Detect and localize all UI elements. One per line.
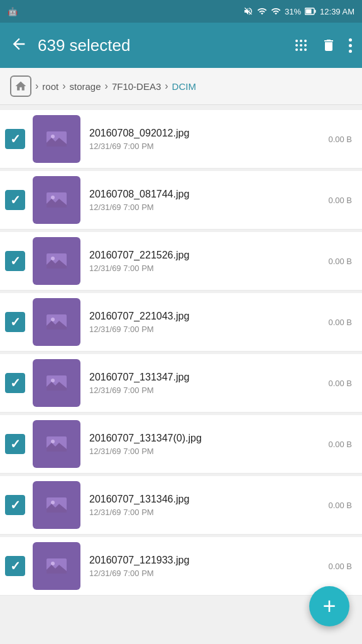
file-date-0: 12/31/69 7:00 PM <box>89 142 323 151</box>
file-date-3: 12/31/69 7:00 PM <box>89 325 323 334</box>
file-date-2: 12/31/69 7:00 PM <box>89 264 323 273</box>
breadcrumb-root[interactable]: root <box>42 81 58 92</box>
file-item[interactable]: ✓ 20160707_221526.jpg 12/31/69 7:00 PM 0… <box>0 232 362 291</box>
breadcrumb-device[interactable]: 7F10-DEA3 <box>112 81 161 92</box>
app-bar-actions <box>293 38 352 53</box>
file-name-7: 20160707_121933.jpg <box>89 555 323 566</box>
breadcrumb: › root › storage › 7F10-DEA3 › DCIM <box>0 68 362 105</box>
file-size-0: 0.00 B <box>328 135 352 144</box>
file-thumbnail-1 <box>33 176 80 224</box>
file-checkbox-7[interactable]: ✓ <box>5 556 25 576</box>
battery-text: 31% <box>285 7 301 16</box>
file-date-1: 12/31/69 7:00 PM <box>89 203 323 212</box>
file-size-2: 0.00 B <box>328 257 352 266</box>
file-thumbnail-3 <box>33 298 80 346</box>
svg-point-10 <box>300 48 302 51</box>
file-thumbnail-4 <box>33 359 80 407</box>
svg-point-4 <box>300 40 302 42</box>
file-name-5: 20160707_131347(0).jpg <box>89 433 323 444</box>
app-bar: 639 selected <box>0 23 362 68</box>
status-bar: 🤖 31% 12:39 AM <box>0 0 362 23</box>
file-size-4: 0.00 B <box>328 379 352 388</box>
svg-point-7 <box>300 44 302 47</box>
more-options-button[interactable] <box>349 38 352 53</box>
file-thumbnail-0 <box>33 115 80 163</box>
file-info-2: 20160707_221526.jpg 12/31/69 7:00 PM <box>89 250 323 273</box>
file-info-4: 20160707_131347.jpg 12/31/69 7:00 PM <box>89 372 323 395</box>
file-info-7: 20160707_121933.jpg 12/31/69 7:00 PM <box>89 555 323 578</box>
file-date-5: 12/31/69 7:00 PM <box>89 447 323 456</box>
file-size-6: 0.00 B <box>328 501 352 510</box>
svg-point-25 <box>51 501 55 504</box>
file-item[interactable]: ✓ 20160707_121933.jpg 12/31/69 7:00 PM 0… <box>0 537 362 596</box>
svg-point-5 <box>304 40 307 42</box>
svg-point-21 <box>51 379 55 382</box>
file-name-3: 20160707_221043.jpg <box>89 311 323 322</box>
file-checkbox-4[interactable]: ✓ <box>5 373 25 393</box>
file-info-0: 20160708_092012.jpg 12/31/69 7:00 PM <box>89 128 323 151</box>
file-name-6: 20160707_131346.jpg <box>89 494 323 505</box>
file-checkbox-5[interactable]: ✓ <box>5 434 25 454</box>
file-checkbox-3[interactable]: ✓ <box>5 312 25 332</box>
file-item[interactable]: ✓ 20160707_131346.jpg 12/31/69 7:00 PM 0… <box>0 476 362 535</box>
file-size-1: 0.00 B <box>328 196 352 205</box>
vertical-dots-icon <box>349 38 352 53</box>
breadcrumb-storage[interactable]: storage <box>70 81 101 92</box>
breadcrumb-sep-2: › <box>62 80 65 92</box>
file-checkbox-6[interactable]: ✓ <box>5 495 25 515</box>
svg-point-3 <box>295 40 298 42</box>
selection-count: 639 selected <box>38 36 283 55</box>
file-info-1: 20160708_081744.jpg 12/31/69 7:00 PM <box>89 189 323 212</box>
file-name-2: 20160707_221526.jpg <box>89 250 323 261</box>
back-button[interactable] <box>10 35 28 56</box>
svg-point-8 <box>304 44 307 47</box>
svg-point-11 <box>304 48 307 51</box>
file-thumbnail-6 <box>33 481 80 529</box>
breadcrumb-current[interactable]: DCIM <box>172 81 196 92</box>
file-name-0: 20160708_092012.jpg <box>89 128 323 139</box>
file-item[interactable]: ✓ 20160708_092012.jpg 12/31/69 7:00 PM 0… <box>0 110 362 169</box>
file-thumbnail-7 <box>33 542 80 590</box>
svg-point-23 <box>51 440 55 443</box>
checkmark-2: ✓ <box>10 255 21 267</box>
file-date-6: 12/31/69 7:00 PM <box>89 508 323 517</box>
file-name-4: 20160707_131347.jpg <box>89 372 323 383</box>
svg-rect-2 <box>315 10 316 13</box>
file-info-6: 20160707_131346.jpg 12/31/69 7:00 PM <box>89 494 323 517</box>
file-item[interactable]: ✓ 20160707_131347(0).jpg 12/31/69 7:00 P… <box>0 415 362 474</box>
delete-button[interactable] <box>321 38 336 53</box>
file-info-3: 20160707_221043.jpg 12/31/69 7:00 PM <box>89 311 323 334</box>
file-thumbnail-2 <box>33 237 80 285</box>
file-item[interactable]: ✓ 20160708_081744.jpg 12/31/69 7:00 PM 0… <box>0 171 362 230</box>
file-checkbox-2[interactable]: ✓ <box>5 251 25 271</box>
file-size-3: 0.00 B <box>328 318 352 327</box>
wifi-icon <box>257 6 267 16</box>
fab-plus-icon: + <box>322 595 336 618</box>
svg-point-27 <box>51 562 55 565</box>
home-button[interactable] <box>10 75 31 97</box>
mute-icon <box>243 6 253 16</box>
checkmark-3: ✓ <box>10 316 21 328</box>
file-name-1: 20160708_081744.jpg <box>89 189 323 200</box>
file-list: ✓ 20160708_092012.jpg 12/31/69 7:00 PM 0… <box>0 105 362 601</box>
file-item[interactable]: ✓ 20160707_221043.jpg 12/31/69 7:00 PM 0… <box>0 293 362 352</box>
file-checkbox-1[interactable]: ✓ <box>5 190 25 210</box>
file-item[interactable]: ✓ 20160707_131347.jpg 12/31/69 7:00 PM 0… <box>0 354 362 413</box>
battery-icon <box>305 8 316 15</box>
checkmark-1: ✓ <box>10 194 21 206</box>
file-checkbox-0[interactable]: ✓ <box>5 129 25 149</box>
checkmark-6: ✓ <box>10 499 21 511</box>
signal-icon <box>271 6 281 16</box>
breadcrumb-sep-1: › <box>35 80 38 92</box>
status-icons: 31% 12:39 AM <box>243 6 354 16</box>
file-thumbnail-5 <box>33 420 80 468</box>
svg-rect-1 <box>306 9 312 14</box>
file-size-5: 0.00 B <box>328 440 352 449</box>
checkmark-0: ✓ <box>10 133 21 145</box>
breadcrumb-sep-4: › <box>165 80 168 92</box>
fab-add-button[interactable]: + <box>309 586 349 626</box>
file-date-4: 12/31/69 7:00 PM <box>89 386 323 395</box>
grid-view-button[interactable] <box>293 38 309 53</box>
checkmark-5: ✓ <box>10 438 21 450</box>
file-size-7: 0.00 B <box>328 562 352 571</box>
